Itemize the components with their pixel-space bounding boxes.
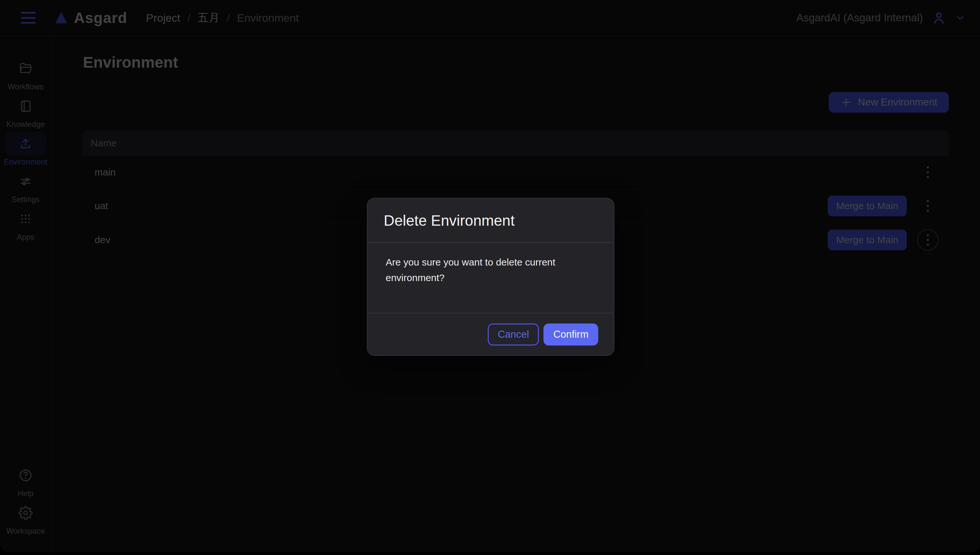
modal-body: Are you sure you want to delete current … xyxy=(367,243,614,313)
modal-footer: Cancel Confirm xyxy=(367,313,614,355)
modal-message: Are you sure you want to delete current … xyxy=(386,255,580,286)
cancel-button[interactable]: Cancel xyxy=(488,324,539,345)
confirm-button[interactable]: Confirm xyxy=(544,324,598,345)
delete-environment-modal: Delete Environment Are you sure you want… xyxy=(367,198,615,356)
modal-header: Delete Environment xyxy=(367,199,614,243)
modal-title: Delete Environment xyxy=(384,212,515,229)
